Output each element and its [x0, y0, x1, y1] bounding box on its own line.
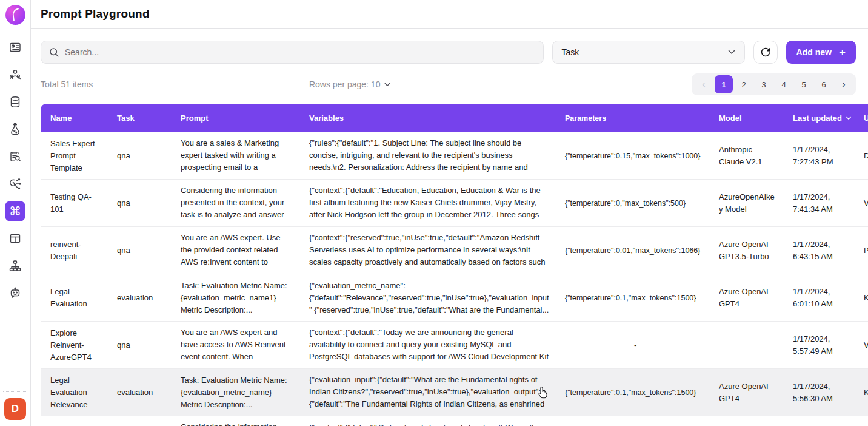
cell-name: Legal Evaluation	[41, 286, 107, 310]
pagination-page-2[interactable]: 2	[735, 75, 753, 93]
search-icon	[49, 47, 59, 58]
pagination-page-6[interactable]: 6	[815, 75, 833, 93]
search-input[interactable]	[65, 47, 535, 57]
cell-parameters: -	[559, 339, 712, 351]
cell-model: Azure OpenAI GPT4	[712, 380, 786, 405]
cell-model: Azure OpenAI GPT3.5-Turbo	[712, 238, 786, 263]
column-header-prompt: Prompt	[171, 113, 299, 123]
cell-variables: {"evaluation_input":{"default":"What are…	[299, 374, 559, 411]
sidebar-item-reports[interactable]	[5, 37, 25, 58]
sidebar: ⌘ D	[0, 0, 31, 426]
add-new-label: Add new	[796, 47, 832, 57]
cell-variables: {"context":{"reserved":true,"inUse":true…	[299, 232, 559, 269]
refresh-button[interactable]	[753, 41, 778, 64]
command-icon: ⌘	[9, 205, 21, 217]
user-avatar[interactable]: D	[4, 398, 26, 420]
cell-parameters: {"temperature":0.15,"max_tokens":1000}	[559, 150, 712, 162]
elephant-logo-icon	[5, 5, 25, 25]
clipboard-search-icon	[8, 150, 22, 163]
rows-per-page-control[interactable]: Rows per page: 10	[309, 79, 391, 89]
pagination: ‹ 1 2 3 4 5 6 ›	[692, 73, 856, 95]
pagination-page-3[interactable]: 3	[755, 75, 773, 93]
cell-prompt: Task: Evaluation Metric Name: {evaluatio…	[171, 280, 299, 316]
task-filter-value: Task	[562, 47, 579, 57]
cell-updated-by: D R	[860, 150, 868, 162]
pagination-page-1[interactable]: 1	[715, 75, 733, 93]
sidebar-footer: D	[3, 391, 27, 420]
cell-last-updated: 1/17/2024, 7:27:43 PM	[786, 144, 860, 168]
sidebar-item-experiments[interactable]	[5, 119, 25, 140]
table-row[interactable]: Legal Evaluation evaluation Task: Evalua…	[41, 274, 868, 322]
cell-parameters: {"temperature":0.1,"max_tokens":1500}	[559, 292, 712, 304]
page-header: Prompt Playground	[31, 0, 868, 29]
add-new-button[interactable]: Add new +	[786, 41, 856, 64]
column-header-parameters: Parameters	[559, 114, 712, 123]
cell-task: qna	[107, 245, 171, 257]
cell-variables: {"context":{"default":"Education, Educat…	[299, 184, 559, 222]
chevron-down-icon	[384, 83, 390, 87]
task-filter-dropdown[interactable]: Task	[552, 41, 745, 64]
cell-last-updated: 1/17/2024, 5:57:49 AM	[786, 333, 860, 357]
cell-last-updated: 1/17/2024, 6:43:15 AM	[786, 238, 860, 263]
sidebar-item-chatbot[interactable]	[5, 283, 25, 303]
cell-last-updated: 1/17/2024, 6:01:10 AM	[786, 286, 860, 310]
column-header-variables: Variables	[299, 113, 559, 123]
cell-updated-by: P B	[860, 245, 868, 257]
pagination-page-4[interactable]: 4	[775, 75, 793, 93]
column-header-task: Task	[107, 113, 171, 123]
refresh-icon	[760, 47, 771, 58]
toolbar: Task Add new +	[41, 41, 868, 64]
table-header: Name Task Prompt Variables Parameters Mo…	[41, 104, 868, 132]
prompts-table: Name Task Prompt Variables Parameters Mo…	[41, 104, 868, 426]
flask-icon	[8, 123, 22, 136]
sidebar-item-users[interactable]	[5, 64, 25, 85]
list-meta-row: Total 51 items Rows per page: 10 ‹ 1 2 3…	[41, 73, 868, 95]
cell-task: qna	[107, 197, 171, 209]
cell-parameters: {"temperature":0,"max_tokens":500}	[559, 197, 712, 209]
sitemap-icon	[8, 259, 22, 272]
bot-icon	[8, 286, 22, 300]
database-icon	[8, 95, 22, 109]
sidebar-item-workflows[interactable]	[5, 255, 25, 276]
cell-updated-by: V R	[860, 339, 868, 351]
pagination-prev-button[interactable]: ‹	[695, 75, 713, 93]
sidebar-item-datasets[interactable]	[5, 92, 25, 112]
cell-variables: {"rules":{"default":"1. Subject Line: Th…	[299, 137, 559, 175]
cell-prompt: You are an AWS expert and have access to…	[171, 326, 299, 364]
plus-icon: +	[839, 47, 846, 58]
cell-prompt: You are an AWS expert. Use the provided …	[171, 232, 299, 269]
table-row-partial[interactable]: Considering the information presented in…	[41, 416, 868, 426]
cell-model: Anthropic Claude V2.1	[712, 144, 786, 168]
table-row[interactable]: Testing QA-101 qna Considering the infor…	[41, 180, 868, 227]
cell-task: qna	[107, 339, 171, 351]
cell-name: Testing QA-101	[41, 191, 107, 215]
brain-circuit-icon	[8, 177, 22, 191]
table-row[interactable]: Sales Expert Prompt Template qna You are…	[41, 132, 868, 180]
sidebar-item-prompt-playground[interactable]: ⌘	[5, 201, 25, 221]
sort-chevron-down-icon	[846, 116, 852, 120]
cell-parameters: {"temperature":0.01,"max_tokens":1066}	[559, 245, 712, 257]
cell-variables: {"evaluation_metric_name": {"default":"R…	[299, 280, 559, 316]
search-box[interactable]	[41, 41, 544, 64]
cell-variables: {"context":{"default":"Today we are anno…	[299, 326, 559, 364]
cell-name: Sales Expert Prompt Template	[41, 138, 107, 174]
cell-updated-by: K B	[860, 387, 868, 399]
pagination-page-5[interactable]: 5	[795, 75, 813, 93]
page-title: Prompt Playground	[41, 7, 150, 21]
cell-prompt: Considering the information presented in…	[171, 184, 299, 222]
cell-task: evaluation	[107, 292, 171, 304]
cell-task: evaluation	[107, 387, 171, 399]
column-header-model: Model	[712, 113, 786, 123]
table-row-hovered[interactable]: Legal Evaluation Relevance evaluation Ta…	[41, 369, 868, 416]
cell-prompt: Task: Evaluation Metric Name: {evaluatio…	[171, 374, 299, 411]
sidebar-item-apps[interactable]	[5, 228, 25, 249]
cell-name: reinvent-Deepali	[41, 238, 107, 263]
sidebar-item-evaluations[interactable]	[5, 146, 25, 167]
column-header-last-updated[interactable]: Last updated	[786, 113, 860, 123]
cell-task: qna	[107, 150, 171, 162]
sidebar-item-models[interactable]	[5, 174, 25, 194]
cell-model: Azure OpenAI GPT4	[712, 286, 786, 310]
table-row[interactable]: reinvent-Deepali qna You are an AWS expe…	[41, 227, 868, 274]
pagination-next-button[interactable]: ›	[835, 75, 853, 93]
table-row[interactable]: Explore Reinvent-AzureGPT4 qna You are a…	[41, 322, 868, 369]
